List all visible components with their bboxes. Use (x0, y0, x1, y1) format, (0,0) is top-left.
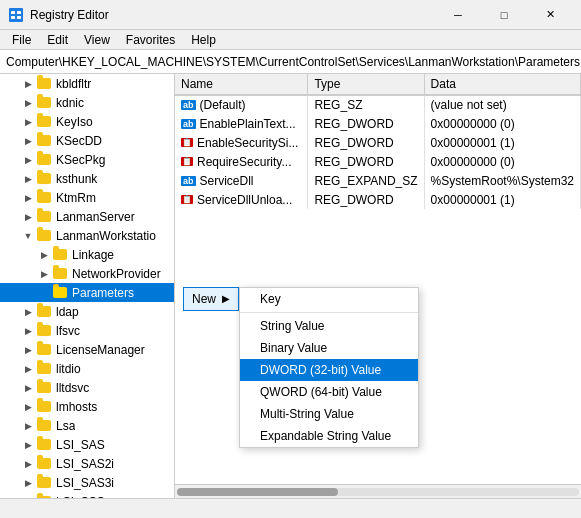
submenu-item-multi-string-value[interactable]: Multi-String Value (240, 403, 418, 425)
expand-icon[interactable]: ▶ (20, 323, 36, 339)
tree-item-keyiso[interactable]: ▶ KeyIso (0, 112, 174, 131)
expand-icon[interactable]: ▶ (36, 247, 52, 263)
tree-item-lltdsvc[interactable]: ▶ lltdsvc (0, 378, 174, 397)
tree-item-lanmanserver[interactable]: ▶ LanmanServer (0, 207, 174, 226)
tree-item-kdnic[interactable]: ▶ kdnic (0, 93, 174, 112)
expand-icon[interactable]: ▶ (20, 380, 36, 396)
reg-icon-ab: ab (181, 100, 196, 110)
folder-icon (52, 247, 68, 263)
tree-item-ldap[interactable]: ▶ ldap (0, 302, 174, 321)
new-button[interactable]: New ▶ (183, 287, 239, 311)
statusbar (0, 498, 581, 518)
folder-icon (36, 133, 52, 149)
scrollbar-track (177, 488, 579, 496)
expand-icon[interactable]: ▶ (20, 456, 36, 472)
menu-edit[interactable]: Edit (39, 31, 76, 49)
expand-icon[interactable]: ▶ (20, 190, 36, 206)
folder-icon (36, 399, 52, 415)
folder-icon (36, 323, 52, 339)
expand-icon[interactable]: ▶ (20, 342, 36, 358)
tree-label: LSI_SSS (56, 495, 105, 499)
expand-icon[interactable]: ▶ (20, 361, 36, 377)
submenu-item-qword-value[interactable]: QWORD (64-bit) Value (240, 381, 418, 403)
window-controls: ─ □ ✕ (435, 0, 573, 30)
reg-type: REG_DWORD (308, 190, 424, 209)
expand-icon[interactable] (36, 285, 52, 301)
submenu-item-string-value[interactable]: String Value (240, 315, 418, 337)
expand-icon[interactable]: ▶ (20, 304, 36, 320)
tree-item-ksecdd[interactable]: ▶ KSecDD (0, 131, 174, 150)
expand-icon[interactable]: ▶ (20, 399, 36, 415)
scrollbar-thumb[interactable] (177, 488, 338, 496)
expand-icon[interactable]: ▶ (20, 209, 36, 225)
tree-item-linkage[interactable]: ▶ Linkage (0, 245, 174, 264)
submenu-item-key[interactable]: Key (240, 288, 418, 310)
menu-file[interactable]: File (4, 31, 39, 49)
expand-icon[interactable]: ▶ (20, 171, 36, 187)
tree-item-kbldfltr[interactable]: ▶ kbldfltr (0, 74, 174, 93)
tree-item-litdio[interactable]: ▶ litdio (0, 359, 174, 378)
horizontal-scrollbar[interactable] (175, 484, 581, 498)
expand-icon[interactable]: ▶ (20, 494, 36, 499)
tree-label: KeyIso (56, 115, 93, 129)
app-icon (8, 7, 24, 23)
table-row[interactable]: 📋 RequireSecurity... REG_DWORD 0x0000000… (175, 152, 581, 171)
expand-icon[interactable]: ▶ (20, 76, 36, 92)
expand-icon[interactable]: ▶ (20, 475, 36, 491)
tree-item-parameters[interactable]: Parameters (0, 283, 174, 302)
minimize-button[interactable]: ─ (435, 0, 481, 30)
maximize-button[interactable]: □ (481, 0, 527, 30)
tree-label: Lsa (56, 419, 75, 433)
reg-type: REG_SZ (308, 95, 424, 114)
tree-item-lfsvc[interactable]: ▶ lfsvc (0, 321, 174, 340)
tree-label: lfsvc (56, 324, 80, 338)
expand-icon[interactable]: ▶ (20, 95, 36, 111)
expand-icon[interactable]: ▶ (20, 418, 36, 434)
expand-icon[interactable]: ▼ (20, 228, 36, 244)
app-title: Registry Editor (30, 8, 435, 22)
table-row[interactable]: ab EnablePlainText... REG_DWORD 0x000000… (175, 114, 581, 133)
address-bar: Computer\HKEY_LOCAL_MACHINE\SYSTEM\Curre… (0, 50, 581, 74)
expand-icon[interactable]: ▶ (20, 133, 36, 149)
tree-item-lsi-sas3i[interactable]: ▶ LSI_SAS3i (0, 473, 174, 492)
tree-label: Linkage (72, 248, 114, 262)
tree-item-licensemanager[interactable]: ▶ LicenseManager (0, 340, 174, 359)
tree-item-ksecpkg[interactable]: ▶ KSecPkg (0, 150, 174, 169)
expand-icon[interactable]: ▶ (20, 437, 36, 453)
tree-item-lsi-sas[interactable]: ▶ LSI_SAS (0, 435, 174, 454)
close-button[interactable]: ✕ (527, 0, 573, 30)
tree-label: LSI_SAS3i (56, 476, 114, 490)
tree-item-ktmrm[interactable]: ▶ KtmRm (0, 188, 174, 207)
submenu-item-binary-value[interactable]: Binary Value (240, 337, 418, 359)
reg-name-cell: 📋 ServiceDllUnloa... (175, 190, 308, 209)
tree-label: NetworkProvider (72, 267, 161, 281)
tree-item-lsi-sss[interactable]: ▶ LSI_SSS (0, 492, 174, 498)
reg-data: 0x00000000 (0) (424, 152, 580, 171)
folder-icon (36, 76, 52, 92)
column-type: Type (308, 74, 424, 95)
tree-item-lsi-sas2i[interactable]: ▶ LSI_SAS2i (0, 454, 174, 473)
new-submenu: Key String Value Binary Value DWORD (32-… (239, 287, 419, 448)
tree-panel: ▶ kbldfltr ▶ kdnic ▶ KeyIso ▶ KSecDD ▶ K… (0, 74, 175, 498)
menu-view[interactable]: View (76, 31, 118, 49)
expand-icon[interactable]: ▶ (20, 114, 36, 130)
tree-item-networkprovider[interactable]: ▶ NetworkProvider (0, 264, 174, 283)
tree-item-lanmanworkstation[interactable]: ▼ LanmanWorkstatio (0, 226, 174, 245)
tree-item-lmhosts[interactable]: ▶ lmhosts (0, 397, 174, 416)
menu-favorites[interactable]: Favorites (118, 31, 183, 49)
table-row[interactable]: 📋 EnableSecuritySi... REG_DWORD 0x000000… (175, 133, 581, 152)
expand-icon[interactable]: ▶ (36, 266, 52, 282)
submenu-item-dword-value[interactable]: DWORD (32-bit) Value (240, 359, 418, 381)
reg-type: REG_DWORD (308, 114, 424, 133)
table-row[interactable]: 📋 ServiceDllUnloa... REG_DWORD 0x0000000… (175, 190, 581, 209)
svg-rect-2 (11, 16, 15, 19)
submenu-item-expandable-string-value[interactable]: Expandable String Value (240, 425, 418, 447)
menu-help[interactable]: Help (183, 31, 224, 49)
tree-item-lsa[interactable]: ▶ Lsa (0, 416, 174, 435)
tree-item-ksthunk[interactable]: ▶ ksthunk (0, 169, 174, 188)
address-path: Computer\HKEY_LOCAL_MACHINE\SYSTEM\Curre… (6, 55, 580, 69)
table-row[interactable]: ab ServiceDll REG_EXPAND_SZ %SystemRoot%… (175, 171, 581, 190)
reg-type: REG_DWORD (308, 133, 424, 152)
expand-icon[interactable]: ▶ (20, 152, 36, 168)
table-row[interactable]: ab (Default) REG_SZ (value not set) (175, 95, 581, 114)
